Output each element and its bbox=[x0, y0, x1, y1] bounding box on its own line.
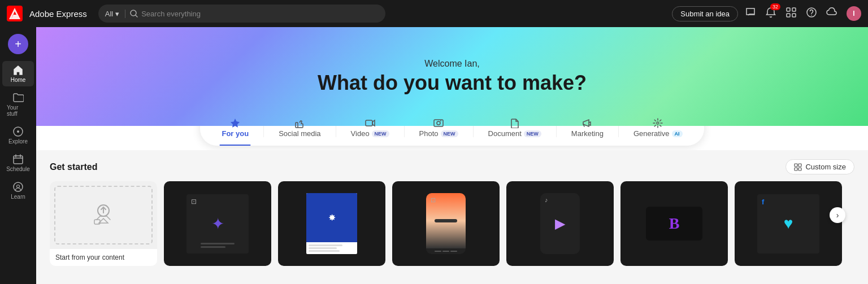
sidebar: + Home Your stuff Explore bbox=[0, 27, 36, 284]
tiktok-logo-icon: ♪ bbox=[545, 196, 548, 203]
chevron-right-icon: › bbox=[836, 211, 839, 220]
sidebar-item-schedule[interactable]: Schedule bbox=[2, 150, 34, 176]
svg-rect-3 bbox=[787, 8, 790, 11]
get-started-section: Get started Custom size bbox=[36, 150, 868, 284]
tab-document[interactable]: Document NEW bbox=[476, 113, 554, 142]
start-thumb-inner bbox=[54, 186, 153, 244]
tab-marketing[interactable]: Marketing bbox=[559, 113, 616, 142]
cards-row: Start from your content ⊡ ✦ bbox=[50, 181, 854, 266]
search-input-area[interactable]: Search everything bbox=[130, 10, 378, 18]
card-start-from-content[interactable]: Start from your content bbox=[50, 181, 157, 266]
generative-ai-badge: AI bbox=[672, 130, 683, 137]
search-bar[interactable]: All ▾ Search everything bbox=[98, 5, 385, 23]
tab-for-you-label: For you bbox=[222, 129, 249, 138]
cloud-icon[interactable] bbox=[826, 7, 837, 21]
story-ig-icon: ⊡ bbox=[431, 196, 436, 204]
sidebar-item-home[interactable]: Home bbox=[2, 61, 34, 86]
fb-heart-icon: ♥ bbox=[784, 215, 793, 233]
svg-rect-5 bbox=[787, 14, 790, 17]
sidebar-item-explore[interactable]: Explore bbox=[2, 123, 34, 148]
flyer-inner: ✸ bbox=[306, 193, 357, 254]
folder-icon bbox=[12, 92, 24, 103]
tab-social-media[interactable]: Social media bbox=[266, 113, 333, 142]
tab-generative-label: Generative bbox=[633, 129, 670, 138]
card-logo[interactable]: B Logo bbox=[620, 181, 728, 266]
adobe-logo-icon[interactable] bbox=[7, 6, 23, 21]
hero-banner: Welcome Ian, What do you want to make? bbox=[36, 27, 868, 126]
hero-welcome-text: Welcome Ian, bbox=[318, 59, 587, 69]
sidebar-item-learn[interactable]: Learn bbox=[2, 178, 34, 203]
card-thumb-tiktok: ♪ ▶ bbox=[506, 181, 614, 266]
main-layout: + Home Your stuff Explore bbox=[0, 27, 868, 284]
story-lines-bottom bbox=[432, 248, 459, 254]
custom-size-icon bbox=[794, 163, 802, 171]
calendar-icon bbox=[12, 154, 24, 165]
create-button[interactable]: + bbox=[8, 34, 28, 54]
scroll-right-button[interactable]: › bbox=[830, 207, 845, 223]
notifications-icon[interactable]: 32 bbox=[765, 7, 776, 21]
thumbup-tab-icon bbox=[294, 118, 305, 128]
submit-idea-button[interactable]: Submit an idea bbox=[672, 6, 738, 21]
card-flyer[interactable]: ✸ Flyer bbox=[278, 181, 385, 266]
insta-lines bbox=[201, 243, 235, 248]
fb-thumb-inner: f ♥ bbox=[757, 194, 819, 254]
star-tab-icon bbox=[230, 118, 240, 128]
tab-document-label: Document bbox=[488, 129, 522, 138]
hero-headline-text: What do you want to make? bbox=[318, 71, 587, 95]
svg-rect-24 bbox=[94, 220, 100, 224]
nav-icons-group: 32 I bbox=[745, 6, 861, 21]
insta-star-icon: ✦ bbox=[211, 215, 224, 233]
tabs-bar: For you Social media bbox=[36, 126, 868, 150]
video-new-badge: NEW bbox=[372, 130, 389, 137]
cards-wrapper: Start from your content ⊡ ✦ bbox=[50, 181, 854, 266]
svg-rect-11 bbox=[14, 156, 23, 164]
card-instagram-story[interactable]: ⊡ Instagram stor bbox=[392, 181, 500, 266]
schedule-label: Schedule bbox=[6, 166, 30, 172]
apps-grid-icon[interactable] bbox=[785, 7, 797, 21]
svg-point-17 bbox=[440, 120, 441, 121]
notification-badge: 32 bbox=[770, 3, 780, 10]
svg-rect-6 bbox=[792, 14, 796, 17]
home-label: Home bbox=[11, 77, 26, 83]
instagram-icon: ⊡ bbox=[191, 198, 197, 206]
card-facebook-post[interactable]: f ♥ Facebook post bbox=[735, 181, 842, 266]
svg-rect-19 bbox=[795, 164, 797, 167]
sidebar-item-your-stuff[interactable]: Your stuff bbox=[2, 89, 34, 120]
document-new-badge: NEW bbox=[524, 130, 541, 137]
search-filter-dropdown[interactable]: All ▾ bbox=[105, 10, 125, 18]
svg-line-2 bbox=[136, 15, 137, 17]
svg-point-18 bbox=[657, 122, 659, 124]
story-bar bbox=[435, 219, 457, 222]
card-thumb-start bbox=[50, 181, 157, 249]
card-thumb-fb: f ♥ bbox=[735, 181, 842, 266]
card-tiktok-video[interactable]: ♪ ▶ TikTok video bbox=[506, 181, 614, 266]
insta-thumb-inner: ⊡ ✦ bbox=[186, 194, 249, 254]
tab-generative[interactable]: Generative AI bbox=[621, 113, 695, 142]
tab-photo[interactable]: Photo NEW bbox=[407, 113, 471, 142]
svg-point-10 bbox=[17, 130, 19, 133]
svg-rect-22 bbox=[795, 168, 797, 171]
svg-rect-15 bbox=[434, 120, 443, 126]
card-instagram-square[interactable]: ⊡ ✦ Instagram square post bbox=[164, 181, 271, 266]
tab-photo-label: Photo bbox=[419, 129, 439, 138]
learn-label: Learn bbox=[11, 194, 25, 200]
tab-social-media-label: Social media bbox=[279, 129, 320, 138]
chat-icon[interactable] bbox=[745, 7, 756, 21]
tiktok-phone: ♪ ▶ bbox=[540, 193, 580, 254]
explore-icon bbox=[12, 126, 24, 137]
app-name-label: Adobe Express bbox=[29, 9, 87, 19]
svg-rect-14 bbox=[366, 120, 372, 126]
flyer-lines bbox=[306, 242, 357, 254]
top-navigation: Adobe Express All ▾ Search everything Su… bbox=[0, 0, 868, 27]
tab-video[interactable]: Video NEW bbox=[338, 113, 402, 142]
help-icon[interactable] bbox=[806, 7, 817, 21]
svg-rect-20 bbox=[798, 168, 801, 171]
section-header: Get started Custom size bbox=[50, 159, 854, 174]
story-phone: ⊡ bbox=[426, 193, 466, 254]
svg-point-16 bbox=[437, 121, 440, 125]
card-thumb-flyer: ✸ bbox=[278, 181, 385, 266]
tab-for-you[interactable]: For you bbox=[209, 113, 261, 142]
user-avatar[interactable]: I bbox=[847, 6, 861, 21]
svg-rect-21 bbox=[798, 164, 801, 167]
custom-size-button[interactable]: Custom size bbox=[785, 159, 854, 174]
